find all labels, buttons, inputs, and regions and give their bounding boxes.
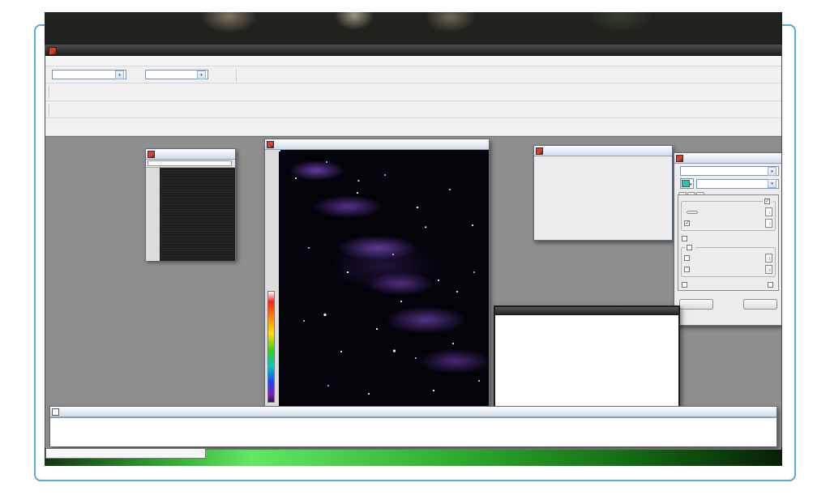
stream-titlebar[interactable] <box>146 149 235 160</box>
tracking-group: ↕ ↕ <box>681 247 776 277</box>
window-icon <box>676 155 683 162</box>
source-image-select[interactable]: ▾ <box>680 166 779 176</box>
spots-chart <box>495 318 678 404</box>
menu-bar <box>45 56 781 66</box>
registration-checkbox[interactable] <box>682 282 687 288</box>
tab-processing[interactable] <box>678 192 687 194</box>
result-image-select[interactable]: ▾ <box>696 179 779 189</box>
toolbar-standard <box>45 83 781 101</box>
chevron-down-icon[interactable]: ▾ <box>768 167 777 176</box>
checkbox-icon[interactable] <box>764 199 770 204</box>
processing-tab-page: ↕ ↕ <box>678 194 779 291</box>
stream-image <box>160 168 235 261</box>
chart-titlebar[interactable] <box>495 307 678 315</box>
preview-checkbox[interactable] <box>763 199 773 204</box>
threshold-spinner[interactable]: ↕ <box>765 207 772 216</box>
min-length-spinner[interactable]: ↕ <box>765 265 772 274</box>
metamorph-window: ▾ ▾ <box>45 45 782 447</box>
scrubber-track[interactable] <box>148 160 232 166</box>
saving-progress-status <box>45 448 206 459</box>
window-icon <box>52 408 59 416</box>
wavetracer-window: ▾ ▾ ▾ <box>674 152 781 326</box>
close-button[interactable] <box>743 299 777 310</box>
trace-button[interactable] <box>679 299 713 310</box>
tracking-checkbox[interactable] <box>685 245 695 250</box>
dstorm-titlebar[interactable] <box>534 146 672 156</box>
illum-select[interactable]: ▾ <box>52 70 126 79</box>
distance-spinner[interactable]: ↕ <box>765 254 772 263</box>
spinner-arrows-icon: ↕ <box>768 256 771 261</box>
dstorm-workflow-window <box>533 145 673 241</box>
tab-advanced[interactable] <box>696 192 704 194</box>
super-resolution-window <box>264 139 490 408</box>
window-icon <box>148 151 155 158</box>
separator <box>49 86 49 98</box>
window-icon <box>267 141 274 148</box>
messages-window <box>49 406 777 446</box>
spots-chart-window <box>494 305 680 417</box>
result-color-select[interactable]: ▾ <box>680 178 694 189</box>
diff-coeff-checkbox[interactable] <box>684 267 690 272</box>
shutter-icon[interactable] <box>126 68 139 81</box>
active-region-checkbox[interactable] <box>768 282 773 288</box>
mag-select[interactable]: ▾ <box>145 70 208 79</box>
spinner-arrows-icon[interactable]: ↕ <box>768 221 771 226</box>
separator <box>236 69 237 81</box>
chevron-down-icon[interactable]: ▾ <box>115 70 124 79</box>
toolbar-regions <box>45 101 781 118</box>
window-icon <box>536 147 543 155</box>
image-toolbar <box>146 168 160 261</box>
robustness-checkbox[interactable] <box>684 255 690 261</box>
super-resolution-image <box>279 150 489 408</box>
poster-page: ▾ ▾ <box>0 0 830 504</box>
dstorm-button-grid <box>534 156 672 161</box>
messages-titlebar[interactable] <box>50 407 777 417</box>
checkbox-icon[interactable] <box>687 245 692 250</box>
stream-window <box>145 148 236 260</box>
messages-log[interactable] <box>50 417 777 446</box>
astigmatism-checkbox[interactable] <box>682 236 687 241</box>
separator <box>49 104 49 116</box>
region-spinner[interactable]: ↕ <box>765 219 772 228</box>
toolbar-acquisition: ▾ ▾ <box>45 66 781 83</box>
app-icon <box>49 47 57 55</box>
localization-group: ↕ ↕ <box>681 201 776 231</box>
chevron-down-icon[interactable]: ▾ <box>768 179 777 188</box>
spinner-arrows-icon: ↕ <box>768 267 771 272</box>
color-swatch <box>682 180 690 187</box>
chevron-down-icon[interactable]: ▾ <box>197 70 206 79</box>
watershed-checkbox[interactable] <box>684 220 690 226</box>
tab-display[interactable] <box>687 192 695 194</box>
lut-colorbar <box>267 291 275 403</box>
spinner-arrows-icon[interactable]: ↕ <box>768 210 771 215</box>
wavetracer-titlebar[interactable] <box>674 153 781 164</box>
super-resolution-titlebar[interactable] <box>265 139 489 150</box>
mdi-client-area: ▾ ▾ ▾ <box>45 136 781 450</box>
toolbar-journals <box>45 118 781 136</box>
auto-button[interactable] <box>687 211 698 214</box>
stream-scrubber[interactable] <box>146 160 235 168</box>
app-titlebar[interactable] <box>45 45 781 56</box>
